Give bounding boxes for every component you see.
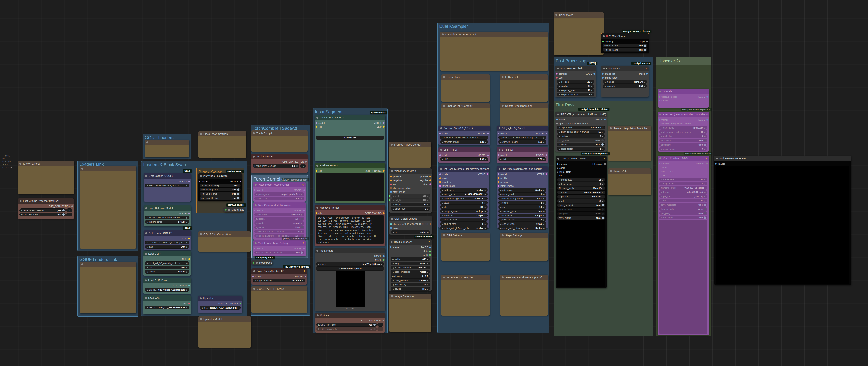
node-titlebar[interactable]: Upscale [658,89,709,94]
widget-ckpt-name[interactable]: ckpt_namerife49.pth [659,126,707,130]
output-dot-image[interactable] [646,73,648,74]
input-dot-positive[interactable] [439,177,441,179]
widget-device[interactable]: devicecpu [391,287,430,291]
widget-umt5-xxl-fp8-e4m3fn-scaled-sa[interactable]: umt5_xxl_fp8_e4m3fn_scaled.sa ... [145,261,189,265]
video-preview[interactable] [557,220,605,287]
widget-format[interactable]: formatvideo/h264-mp4 [557,191,605,194]
widget-full-load[interactable]: full_loadauto [254,196,304,200]
node-titlebar[interactable]: TorchCompileModelWanVideo [253,203,306,208]
widget-loop-count[interactable]: loop_count0 [659,182,707,185]
node-titlebar[interactable]: Patch Model Patcher Order [253,182,306,187]
output-dot-image[interactable] [604,119,606,120]
node-titlebar[interactable]: RIFE VFI (recommend rife47 and rife49) [555,112,607,117]
output-dot-clip[interactable] [188,258,190,260]
widget-noise-seed[interactable]: noise_seed419462043200761 [440,192,488,196]
node-sf-lightx2v-lora[interactable]: SF (Lightx2v) Str - 1modelMODELWan21_T2V… [497,125,548,145]
note-titlebar[interactable]: Schedulers & Sampler [441,275,490,280]
node-graph-canvas[interactable]: Loaders LinkGGUF Loaders LinkGGUF Loader… [0,0,868,366]
note-sage-attention[interactable]: # SAGE ATTENTION # [251,286,307,313]
note-image-dimension[interactable]: Image Dimension [389,294,431,332]
input-dot[interactable] [253,262,254,264]
widget-crop[interactable]: cropcenter [391,230,430,234]
widget-add-noise[interactable]: add_noiseenable [440,188,488,192]
input-dot-negative[interactable] [390,180,392,181]
input-dot-model[interactable] [439,154,441,156]
node-titlebar[interactable]: SF (Lightx2v) Str - 1 [497,125,548,131]
widget-crf[interactable]: crf19 [557,199,605,203]
toggle-ensemble[interactable]: ensembletrue [659,143,707,147]
output-dot-image[interactable] [429,246,431,248]
prompt-textarea[interactable]: bright colors, overexposed, blurred deta… [316,215,384,244]
toggle-dot[interactable] [62,213,64,216]
output-dot-width[interactable] [429,250,431,252]
node-titlebar[interactable]: WanImageToVideo [389,168,432,174]
note-titlebar[interactable] [145,140,189,145]
node-titlebar[interactable]: Resize Image v2 [389,239,432,245]
toggle-dot[interactable] [373,324,376,326]
widget-m[interactable]: m ...RealESRGAN_x2plus.pth [199,306,241,310]
widget-method[interactable]: methodreinhard [603,80,647,84]
toggle-dot[interactable] [644,44,646,47]
preview-image[interactable] [336,271,365,307]
toggle-offload-model[interactable]: offload_modeltrue [603,44,647,48]
note-titlebar[interactable]: Block Swap Settings [198,131,246,136]
node-upscaler-loader[interactable]: UpscalerUPSCALE_MODELm ...RealESRGAN_x2p… [198,296,242,313]
widget-wan2-1-i2v-14b-720p-q5-k-m-g[interactable]: wan2.1-i2v-14b-720p-Q5_K_M.g ... [145,184,189,187]
widget-type[interactable]: typewan [145,245,189,249]
output-dot-model[interactable] [303,189,305,191]
widget-control-after-generate[interactable]: control after generaterandomize [440,196,488,200]
node-video-combine-2[interactable]: Video CombineimagesFilenamesaudiometa_ba… [658,156,709,335]
note-titlebar[interactable]: Shift for 1st KSampler [441,103,490,109]
note-torch-compile-note[interactable]: Torch Compile [251,130,308,152]
widget-mode[interactable]: modedefault [254,221,304,225]
input-dot-images[interactable] [658,163,660,164]
output-dot-height[interactable] [429,254,431,256]
toggle-enable-vram-cleanup[interactable]: Enable VRAM Cleanupyes [20,209,66,212]
input-dot-positive[interactable] [390,176,392,177]
note-loaders-link-note[interactable] [80,166,136,249]
widget-start-at-step[interactable]: start_at_step5 [498,218,547,221]
node-vram-cleanup[interactable]: VRAM-Cleanupanythingoutputoffload_modelt… [601,33,649,53]
toggle-offload-cache[interactable]: offload_cachetrue [603,48,647,52]
toggle-offload-img-emb[interactable]: offload_img_embtrue [199,188,241,191]
input-dot-vae[interactable] [390,183,392,185]
widget-sampler-name[interactable]: sampler_namelcm [498,209,547,213]
node-titlebar[interactable]: CLIP Vision Encode [389,216,432,221]
note-cfg-settings[interactable]: CFG Settings [441,233,490,261]
node-shift-4-8[interactable]: SHIFT (4-8)modelMODELshift4.00 [438,147,490,163]
goto-group-arrow-button[interactable] [66,209,72,212]
output-dot-filenames[interactable] [706,163,708,164]
node-upscale-with-model[interactable]: Upscaleupscale_modelIMAGEimage [658,89,709,108]
output-dot-clip-vision-output[interactable] [430,223,431,225]
widget-loop-count[interactable]: loop_count0 [557,182,605,186]
button-add-lora[interactable]: Add Lora [316,135,384,140]
toggle-enable-block-swap[interactable]: Enable Block Swapyes [20,213,66,216]
input-dot-model[interactable] [254,210,255,211]
widget-sampler-name[interactable]: sampler_nameuni_pc [440,209,488,213]
node-titlebar[interactable]: VAE Decode (Tiled) [555,66,596,71]
widget-pix-fmt[interactable]: pix_fmtyuv420p [659,194,707,198]
output-dot-upscale-model[interactable] [240,303,241,304]
node-titlebar[interactable]: Video Combine [658,156,709,161]
widget-type[interactable]: typewan [145,266,189,269]
input-dot-negative[interactable] [439,181,441,183]
output-dot-opt-connection[interactable] [305,161,307,163]
output-dot-image[interactable] [593,73,595,74]
node-end-preview-generation[interactable]: End Preview Generationimages [714,156,851,285]
input-dot-image-target[interactable] [602,77,603,79]
widget-vae-n[interactable]: vae_n ...wan_2.1_vae.safetensors [145,306,189,309]
node-fast-groups-bypasser[interactable]: Fast Groups Bypasser (rgthree)OPT_CONNEC… [18,198,74,219]
toggle-ensemble[interactable]: ensembletrue [557,143,605,146]
toggle-dot[interactable] [301,235,303,237]
widget-batch-size[interactable]: batch_size1 [391,207,430,211]
toggle-save-metadata[interactable]: save_metadatatrue [659,203,707,207]
note-titlebar[interactable] [80,262,136,267]
node-titlebar[interactable]: ModelPass [251,260,273,265]
note-gguf-clip-connection[interactable]: GGUF Clip Connection [198,232,250,252]
group-titlebar-upscaler-2x[interactable]: Upscaler 2x [656,57,711,65]
widget-upscale-method[interactable]: upscale_methodlanczos [391,266,430,270]
widget-wan2-1-i2v-14b-720p-fp8-e4[interactable]: Wan2_1-I2V-14B-720P_fp8_e4 ... [145,216,189,219]
toggle-dot[interactable] [601,208,604,211]
output-dot-model[interactable] [546,154,547,156]
toggle-dot[interactable] [704,204,706,206]
